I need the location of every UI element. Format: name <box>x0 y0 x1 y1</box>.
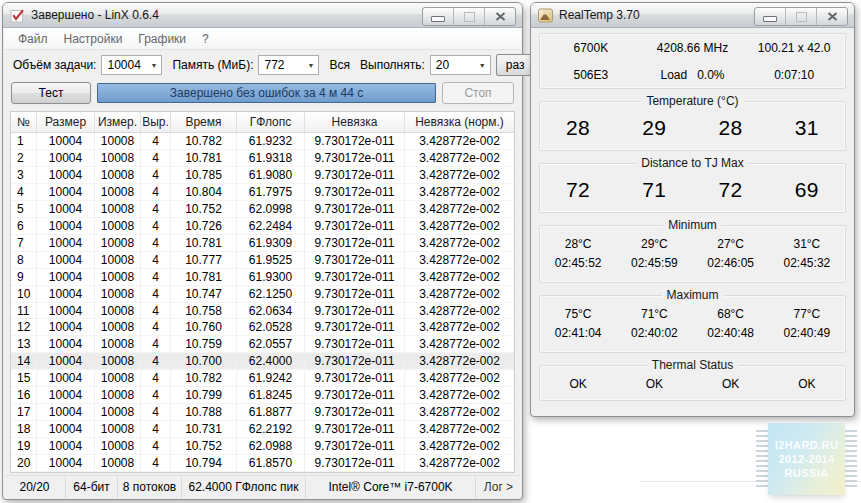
chevron-down-icon[interactable]: ▼ <box>146 62 161 69</box>
table-cell: 10004 <box>37 353 95 369</box>
table-cell: 61.9242 <box>237 370 305 386</box>
column-header[interactable]: № <box>11 112 37 132</box>
column-header[interactable]: Невязка <box>305 112 405 132</box>
table-row[interactable]: 151000410008410.78261.92429.730172e-0113… <box>11 370 514 387</box>
table-cell: 10008 <box>95 387 141 403</box>
rt-section: Distance to TJ Max72717269 <box>539 163 846 213</box>
realtemp-app-icon <box>538 8 553 23</box>
table-row[interactable]: 41000410008410.80461.79759.730172e-0113.… <box>11 184 514 201</box>
table-row[interactable]: 121000410008410.76062.05289.730172e-0113… <box>11 319 514 336</box>
test-button[interactable]: Тест <box>11 82 91 104</box>
rt-times-row: 02:45:5202:45:5902:46:0502:45:32 <box>540 251 845 270</box>
table-cell: 62.2192 <box>237 421 305 437</box>
column-header[interactable]: Невязка (норм.) <box>405 112 514 132</box>
status-bar: 20/2064-бит8 потоков62.4000 ГФлопс пикIn… <box>4 475 521 498</box>
table-cell: 10.726 <box>171 218 237 234</box>
table-cell: 10004 <box>37 387 95 403</box>
table-row[interactable]: 61000410008410.72662.24849.730172e-0113.… <box>11 218 514 235</box>
table-cell: 10004 <box>37 404 95 420</box>
task-size-value[interactable]: 10004 <box>102 58 146 72</box>
memory-value[interactable]: 772 <box>259 58 303 72</box>
realtemp-titlebar[interactable]: RealTemp 3.70 <box>531 3 854 28</box>
rt-value: OK <box>616 377 692 391</box>
minimize-button[interactable] <box>423 8 453 25</box>
table-cell: 4 <box>141 269 171 285</box>
section-legend: Temperature (°C) <box>641 94 743 108</box>
stop-button[interactable]: Стоп <box>442 82 514 104</box>
linx-titlebar[interactable]: Завершено - LinX 0.6.4 <box>3 3 522 28</box>
memory-combo[interactable]: 772 ▼ <box>258 55 319 75</box>
table-row[interactable]: 101000410008410.74762.12509.730172e-0113… <box>11 286 514 303</box>
table-row[interactable]: 21000410008410.78161.93189.730172e-0113.… <box>11 150 514 167</box>
table-cell: 10004 <box>37 336 95 352</box>
table-cell: 3.428772e-002 <box>405 167 514 183</box>
table-cell: 10004 <box>37 303 95 319</box>
table-cell: 10004 <box>37 235 95 251</box>
table-row[interactable]: 181000410008410.73162.21929.730172e-0113… <box>11 421 514 438</box>
status-segment: 8 потоков <box>118 476 182 498</box>
chevron-down-icon[interactable]: ▼ <box>475 62 490 69</box>
table-cell: 9.730172e-011 <box>305 218 405 234</box>
close-button[interactable] <box>816 8 847 25</box>
rt-value: 27°C <box>693 237 769 251</box>
table-cell: 3.428772e-002 <box>405 370 514 386</box>
table-row[interactable]: 51000410008410.75262.09989.730172e-0113.… <box>11 201 514 218</box>
table-cell: 62.1250 <box>237 286 305 302</box>
realtemp-content: 6700K 4208.66 MHz 100.21 x 42.0 506E3 Lo… <box>539 28 846 408</box>
rt-time: 02:40:49 <box>769 326 845 340</box>
table-cell: 3.428772e-002 <box>405 269 514 285</box>
maximize-button[interactable] <box>785 8 816 25</box>
table-cell: 3.428772e-002 <box>405 438 514 454</box>
table-row[interactable]: 91000410008410.78161.93009.730172e-0113.… <box>11 269 514 286</box>
menu-item-2[interactable]: Графики <box>130 30 194 48</box>
table-row[interactable]: 201000410008410.79461.85709.730172e-0113… <box>11 455 514 472</box>
rt-value: 71°C <box>616 307 692 321</box>
table-row[interactable]: 171000410008410.78861.88779.730172e-0113… <box>11 404 514 421</box>
table-cell: 3 <box>11 167 37 183</box>
table-cell: 3.428772e-002 <box>405 421 514 437</box>
task-size-combo[interactable]: 10004 ▼ <box>101 55 162 75</box>
run-count-combo[interactable]: 20 ▼ <box>430 55 491 75</box>
log-button[interactable]: Лог > <box>475 476 521 498</box>
table-cell: 3.428772e-002 <box>405 150 514 166</box>
table-row[interactable]: 31000410008410.78561.90809.730172e-0113.… <box>11 167 514 184</box>
table-row[interactable]: 131000410008410.75962.05579.730172e-0113… <box>11 336 514 353</box>
table-cell: 4 <box>141 303 171 319</box>
chevron-down-icon[interactable]: ▼ <box>303 62 318 69</box>
rt-time: 02:41:04 <box>540 326 616 340</box>
table-row[interactable]: 81000410008410.77761.95259.730172e-0113.… <box>11 252 514 269</box>
table-row[interactable]: 141000410008410.70062.40009.730172e-0113… <box>11 353 514 370</box>
menu-item-1[interactable]: Настройки <box>56 30 131 48</box>
column-header[interactable]: ГФлопс <box>237 112 305 132</box>
table-cell: 61.8245 <box>237 387 305 403</box>
table-cell: 4 <box>141 421 171 437</box>
column-header[interactable]: Размер <box>37 112 95 132</box>
results-table: №РазмерИзмер.Выр.ВремяГФлопсНевязкаНевяз… <box>10 111 515 473</box>
run-count-value[interactable]: 20 <box>431 58 475 72</box>
table-cell: 10008 <box>95 303 141 319</box>
table-cell: 20 <box>11 455 37 471</box>
menu-item-3[interactable]: ? <box>194 30 217 48</box>
table-row[interactable]: 161000410008410.79961.82459.730172e-0113… <box>11 387 514 404</box>
table-row[interactable]: 191000410008410.75262.09889.730172e-0113… <box>11 438 514 455</box>
maximize-button[interactable] <box>453 8 484 25</box>
run-controls-row: Тест Завершено без ошибок за 4 м 44 с Ст… <box>3 81 522 105</box>
column-header[interactable]: Выр. <box>141 112 171 132</box>
table-row[interactable]: 11000410008410.78261.92329.730172e-0113.… <box>11 133 514 150</box>
table-cell: 62.0528 <box>237 319 305 335</box>
table-row[interactable]: 71000410008410.78161.93099.730172e-0113.… <box>11 235 514 252</box>
table-cell: 17 <box>11 404 37 420</box>
table-cell: 61.9232 <box>237 133 305 149</box>
table-cell: 10008 <box>95 218 141 234</box>
table-cell: 4 <box>141 167 171 183</box>
all-memory-checkbox-label[interactable]: Вся <box>329 58 350 72</box>
column-header[interactable]: Время <box>171 112 237 132</box>
table-row[interactable]: 111000410008410.75862.06349.730172e-0113… <box>11 303 514 320</box>
column-header[interactable]: Измер. <box>95 112 141 132</box>
minimize-button[interactable] <box>755 8 785 25</box>
table-cell: 3.428772e-002 <box>405 286 514 302</box>
menu-item-0[interactable]: Файл <box>10 30 56 48</box>
close-button[interactable] <box>484 8 515 25</box>
rt-value: 28°C <box>540 237 616 251</box>
table-cell: 61.9300 <box>237 269 305 285</box>
